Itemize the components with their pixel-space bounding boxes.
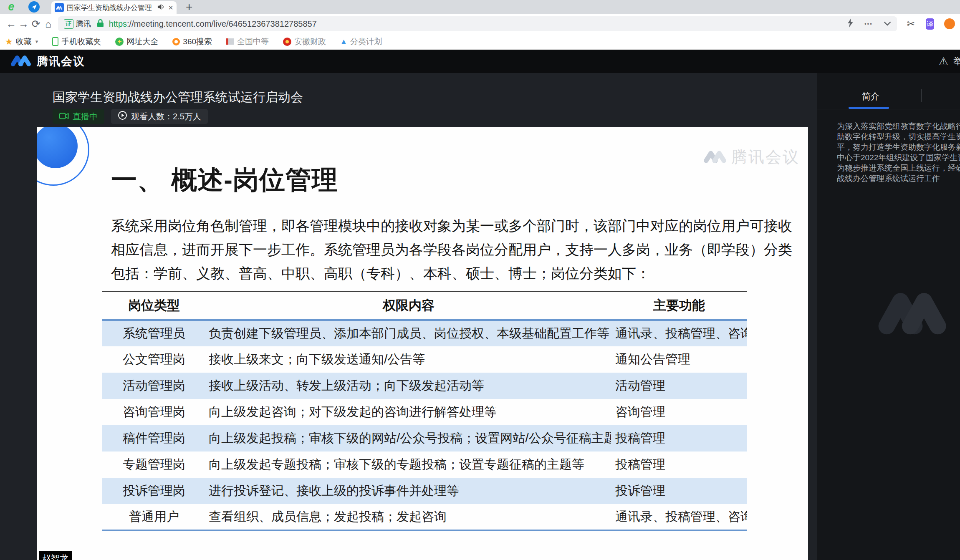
table-cell: 普通用户 — [102, 504, 206, 530]
table-cell: 向上级发起咨询；对下级发起的咨询进行解答处理等 — [206, 399, 611, 425]
slide-heading: 一、 概述-岗位管理 — [111, 162, 338, 197]
table-cell: 投稿管理 — [611, 452, 747, 478]
back-button[interactable]: ← — [5, 18, 18, 30]
phone-icon — [52, 37, 58, 46]
translate-icon[interactable]: 译 — [926, 18, 934, 30]
table-header-row: 岗位类型 权限内容 主要功能 — [102, 292, 747, 320]
forward-button[interactable]: → — [18, 18, 30, 30]
tab-audio-icon[interactable] — [157, 3, 165, 12]
tab-divider — [921, 89, 922, 102]
tencent-meeting-favicon-icon — [55, 3, 64, 12]
scissors-icon[interactable]: ✂ — [907, 18, 915, 30]
table-cell: 负责创建下级管理员、添加本部门成员、岗位授权、本级基础配置工作等 — [206, 320, 611, 346]
presenter-name-tag: 赵智龙 — [39, 551, 72, 560]
lock-icon[interactable] — [97, 19, 104, 29]
bookmark-national[interactable]: 全国中等 — [226, 36, 269, 47]
tab-intro[interactable]: 简介 — [862, 91, 879, 102]
info-sidebar: 简介 为深入落实部党组教育数字化战略行动要求， 助数字化转型升级，切实提高学生资… — [817, 73, 960, 560]
table-cell: 投诉管理岗 — [102, 478, 206, 504]
bookmark-anhui-finance[interactable]: 安徽财政 — [283, 36, 326, 47]
table-cell: 接收上级活动、转发上级活动；向下级发起活动等 — [206, 373, 611, 399]
warning-icon[interactable]: ⚠ — [939, 55, 948, 68]
ring-icon — [172, 38, 180, 45]
url-text: https://meeting.tencent.com/live/6465123… — [109, 19, 317, 29]
bolt-icon[interactable] — [847, 18, 854, 29]
tab-close-icon[interactable]: × — [168, 3, 173, 12]
table-cell: 稿件管理岗 — [102, 425, 206, 452]
bookmark-site-directory[interactable]: + 网址大全 — [115, 36, 158, 47]
table-cell: 咨询管理岗 — [102, 399, 206, 425]
plus-circle-icon: + — [115, 38, 124, 46]
sidebar-tabs: 简介 — [817, 73, 960, 109]
table-cell: 咨询管理 — [611, 399, 747, 425]
home-button[interactable]: ⌂ — [42, 18, 55, 30]
bookmarks-bar: ★ 收藏 ▾ 手机收藏夹 + 网址大全 360搜索 全国中等 安徽财政 ▲ 分类… — [0, 34, 960, 50]
video-player[interactable]: 腾讯会议 一、 概述-岗位管理 系统采用岗位角色制管理，即各管理模块中的接收对象… — [37, 127, 808, 560]
bookmark-360-search[interactable]: 360搜索 — [172, 36, 212, 47]
slide-watermark: 腾讯会议 — [703, 146, 800, 168]
new-tab-button[interactable]: + — [186, 0, 192, 14]
tencent-meeting-watermark-icon — [703, 149, 727, 166]
emblem-icon — [283, 38, 291, 46]
tab-title: 国家学生资助战线办公管理 — [67, 3, 154, 13]
browser-360-logo-icon[interactable]: e — [5, 1, 18, 13]
table-body: 系统管理员负责创建下级管理员、添加本部门成员、岗位授权、本级基础配置工作等通讯录… — [102, 320, 747, 530]
tencent-meeting-logo-icon — [10, 54, 32, 69]
chevron-down-icon[interactable] — [884, 20, 891, 28]
table-cell: 系统管理员 — [102, 320, 206, 346]
table-row: 公文管理岗接收上级来文；向下级发送通知/公告等通知公告管理 — [102, 346, 747, 373]
more-icon[interactable]: ••• — [864, 21, 873, 27]
browser-window: e 国家学生资助战线办公管理 × + ← → ⟳ ⌂ 证 腾讯 — [0, 0, 960, 560]
column-header: 主要功能 — [611, 292, 747, 320]
bookmark-phone-favorites[interactable]: 手机收藏夹 — [52, 36, 101, 47]
certificate-badge: 证 — [64, 19, 73, 29]
table-cell: 公文管理岗 — [102, 346, 206, 373]
browser-tab[interactable]: 国家学生资助战线办公管理 × — [51, 1, 177, 14]
refresh-button[interactable]: ⟳ — [30, 18, 42, 30]
table-cell: 专题管理岗 — [102, 452, 206, 478]
viewer-count-badge: 观看人数：2.5万人 — [111, 109, 208, 124]
live-status-badge: 直播中 — [53, 109, 104, 124]
star-icon: ★ — [5, 37, 13, 47]
table-cell: 通知公告管理 — [611, 346, 747, 373]
table-cell: 查看组织、成员信息；发起投稿；发起咨询 — [206, 504, 611, 530]
column-header: 权限内容 — [206, 292, 611, 320]
table-row: 专题管理岗向上级发起专题投稿；审核下级的专题投稿；设置专题征稿的主题等投稿管理 — [102, 452, 747, 478]
brand-name: 腾讯会议 — [37, 54, 85, 69]
report-label[interactable]: 举 — [953, 55, 960, 68]
browser-tab-strip: e 国家学生资助战线办公管理 × + — [0, 0, 960, 14]
table-cell: 通讯录、投稿管理、咨询管理 — [611, 504, 747, 530]
table-cell: 接收上级来文；向下级发送通知/公告等 — [206, 346, 611, 373]
table-cell: 活动管理岗 — [102, 373, 206, 399]
table-cell: 投稿管理 — [611, 425, 747, 452]
table-cell: 投诉管理 — [611, 478, 747, 504]
table-row: 系统管理员负责创建下级管理员、添加本部门成员、岗位授权、本级基础配置工作等通讯录… — [102, 320, 747, 346]
address-bar[interactable]: 证 腾讯 https://meeting.tencent.com/live/64… — [58, 16, 897, 31]
live-title: 国家学生资助战线办公管理系统试运行启动会 — [53, 89, 303, 106]
active-tab-indicator — [849, 107, 889, 109]
live-page: 国家学生资助战线办公管理系统试运行启动会 直播中 观看人数：2.5万人 — [0, 73, 960, 560]
table-row: 投诉管理岗进行投诉登记、接收上级的投诉事件并处理等投诉管理 — [102, 478, 747, 504]
grid-icon — [226, 38, 234, 45]
bookmark-favorites[interactable]: ★ 收藏 ▾ — [5, 36, 38, 47]
table-row: 活动管理岗接收上级活动、转发上级活动；向下级发起活动等活动管理 — [102, 373, 747, 399]
camera-icon — [59, 112, 69, 121]
slide-paragraph: 系统采用岗位角色制管理，即各管理模块中的接收对象为某一或多个部门时，该部门中对应… — [111, 214, 792, 285]
meeting-header: 腾讯会议 ⚠ 举 — [0, 50, 960, 73]
table-cell: 活动管理 — [611, 373, 747, 399]
table-cell: 通讯录、投稿管理、咨询管理 — [611, 320, 747, 346]
triangle-icon: ▲ — [340, 38, 347, 46]
table-row: 稿件管理岗向上级发起投稿；审核下级的网站/公众号投稿；设置网站/公众号征稿主题等… — [102, 425, 747, 452]
play-circle-icon — [118, 111, 127, 122]
table-cell: 进行投诉登记、接收上级的投诉事件并处理等 — [206, 478, 611, 504]
browser-toolbar: ← → ⟳ ⌂ 证 腾讯 https://meeting.tencent.com… — [0, 14, 960, 34]
extension-icon[interactable] — [944, 18, 955, 29]
sidebar-watermark-icon — [876, 280, 947, 343]
bookmark-category-plan[interactable]: ▲ 分类计划 — [340, 36, 382, 47]
table-cell: 向上级发起专题投稿；审核下级的专题投稿；设置专题征稿的主题等 — [206, 452, 611, 478]
site-name: 腾讯 — [76, 19, 91, 29]
intro-description: 为深入落实部党组教育数字化战略行动要求， 助数字化转型升级，切实提高学生资助战线… — [817, 109, 960, 184]
table-cell: 向上级发起投稿；审核下级的网站/公众号投稿；设置网站/公众号征稿主题等 — [206, 425, 611, 452]
table-row: 咨询管理岗向上级发起咨询；对下级发起的咨询进行解答处理等咨询管理 — [102, 399, 747, 425]
send-icon[interactable] — [28, 1, 40, 13]
